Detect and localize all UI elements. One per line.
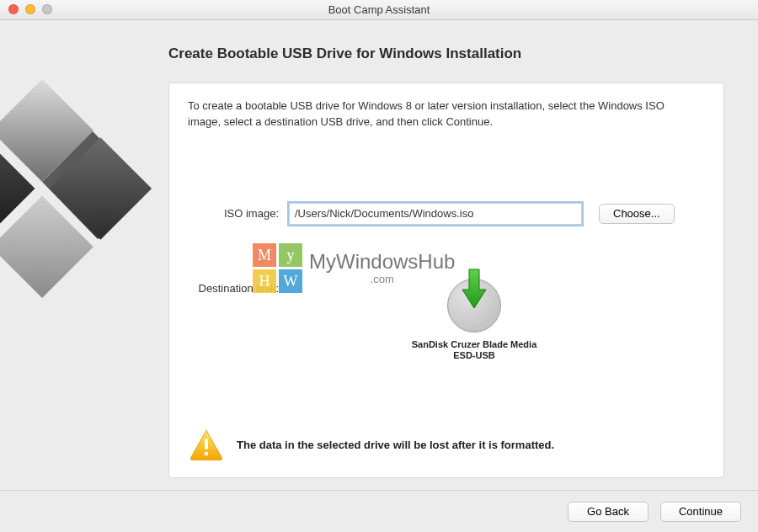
disk-name-line1: SanDisk Cruzer Blade Media — [412, 339, 537, 349]
content-panel: To create a bootable USB drive for Windo… — [168, 82, 724, 478]
disk-name: SanDisk Cruzer Blade Media ESD-USB — [412, 339, 537, 363]
warning-icon — [190, 428, 223, 460]
svg-rect-7 — [205, 439, 208, 450]
page-heading: Create Bootable USB Drive for Windows In… — [168, 45, 726, 62]
continue-button[interactable]: Continue — [660, 502, 741, 522]
iso-path-input[interactable] — [289, 203, 582, 225]
iso-row: ISO image: Choose... — [188, 203, 705, 225]
svg-rect-4 — [49, 137, 152, 240]
traffic-lights — [8, 4, 52, 14]
close-button[interactable] — [8, 4, 19, 14]
iso-label: ISO image: — [188, 207, 289, 220]
action-bar: Go Back Continue — [0, 490, 758, 532]
svg-point-8 — [205, 452, 209, 456]
disk-name-line2: ESD-USB — [453, 350, 495, 360]
choose-button[interactable]: Choose... — [599, 204, 675, 224]
svg-marker-2 — [42, 81, 93, 182]
svg-marker-0 — [0, 81, 93, 182]
svg-rect-6 — [0, 195, 93, 298]
bootcamp-diamond-icon — [0, 71, 160, 306]
window-body: Create Bootable USB Drive for Windows In… — [0, 20, 758, 490]
title-bar: Boot Camp Assistant — [0, 0, 758, 20]
minimize-button[interactable] — [25, 4, 35, 14]
svg-rect-3 — [0, 79, 93, 182]
window-title: Boot Camp Assistant — [0, 3, 758, 16]
maximize-button — [42, 4, 52, 14]
destination-label: Destination disk: — [188, 279, 289, 295]
destination-disk[interactable]: SanDisk Cruzer Blade Media ESD-USB — [323, 279, 626, 363]
intro-text: To create a bootable USB drive for Windo… — [188, 98, 685, 130]
warning-row: The data in the selected drive will be l… — [190, 428, 554, 460]
download-arrow-icon — [460, 268, 488, 310]
go-back-button[interactable]: Go Back — [568, 502, 649, 522]
destination-row: Destination disk: SanDisk Cruzer Blade M… — [188, 279, 705, 363]
svg-rect-5 — [0, 137, 35, 240]
disk-icon — [447, 279, 501, 332]
warning-text: The data in the selected drive will be l… — [237, 439, 554, 451]
svg-marker-1 — [42, 131, 148, 239]
